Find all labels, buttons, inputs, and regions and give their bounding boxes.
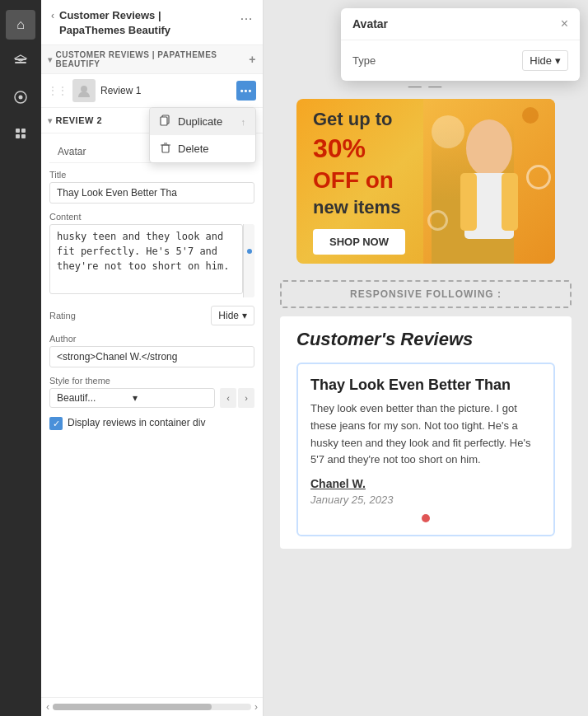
preview-area: — — Get up to 30% OFF on new items SHOP …: [264, 74, 588, 716]
section-label: CUSTOMER REVIEWS | PAPATHEMES BEAUTIFY: [56, 50, 246, 68]
avatar-label: Avatar: [58, 146, 86, 157]
svg-rect-5: [16, 129, 20, 133]
review-card: Thay Look Even Better Than They look eve…: [296, 363, 555, 536]
scrollbar-track: [53, 704, 251, 710]
review-1-thumb: [72, 79, 96, 102]
author-input[interactable]: [49, 346, 254, 367]
promo-line3: new items: [313, 196, 407, 220]
style-next-button[interactable]: ›: [238, 388, 254, 408]
avatar-modal: Avatar × Type Hide ▾: [341, 8, 580, 81]
drag-handle-icon: ⋮⋮: [48, 85, 68, 96]
plugin-icon[interactable]: [6, 119, 35, 148]
title-label: Title: [49, 170, 254, 180]
delete-icon: [160, 142, 171, 156]
scroll-indicator: [247, 249, 252, 254]
display-checkbox-row: ✓ Display reviews in container div: [49, 416, 254, 430]
modal-title: Avatar: [352, 17, 388, 30]
svg-rect-11: [161, 117, 167, 125]
style-theme-dropdown-icon: ▾: [133, 392, 208, 404]
title-field-row: Title: [49, 170, 254, 204]
rating-dropdown-icon: ▾: [242, 310, 247, 321]
review-2-toggle-icon[interactable]: ▾: [48, 116, 53, 125]
panel-more-button[interactable]: …: [240, 8, 253, 23]
svg-rect-17: [460, 173, 477, 231]
type-value: Hide: [530, 54, 552, 67]
panel-horizontal-scrollbar[interactable]: ‹ ›: [41, 697, 263, 716]
promo-percent: 30% OFF on: [313, 132, 407, 196]
modal-body: Type Hide ▾: [341, 40, 580, 81]
review-1-more-button[interactable]: •••: [236, 81, 256, 101]
textarea-scrollbar[interactable]: [243, 224, 254, 297]
rating-row: Rating Hide ▾: [49, 306, 254, 325]
style-theme-value: Beautif...: [57, 392, 133, 404]
style-theme-row: Style for theme Beautif... ▾ ‹ ›: [49, 376, 254, 408]
style-theme-select[interactable]: Beautif... ▾: [49, 388, 215, 408]
svg-rect-6: [21, 129, 26, 133]
type-select[interactable]: Hide ▾: [522, 50, 568, 71]
display-checkbox[interactable]: ✓: [49, 417, 63, 430]
responsive-following-bar: RESPONSIVE FOLLOWING :: [280, 280, 572, 308]
review-card-author: Chanel W.: [310, 477, 541, 490]
scroll-right-button[interactable]: ›: [254, 701, 258, 713]
type-label: Type: [352, 54, 376, 67]
section-header: ▾ CUSTOMER REVIEWS | PAPATHEMES BEAUTIFY…: [41, 45, 263, 74]
promo-line1: Get up to: [313, 108, 407, 132]
review-1-label: Review 1: [100, 85, 231, 96]
checkmark-icon: ✓: [53, 419, 60, 429]
panel-header: ‹ Customer Reviews | PapaThemes Beautify…: [41, 0, 263, 45]
rating-value: Hide: [218, 310, 239, 321]
scrollbar-thumb: [53, 704, 212, 710]
review-1-item[interactable]: ⋮⋮ Review 1 ••• Duplicate ↑ Delete: [41, 74, 263, 108]
duplicate-label: Duplicate: [178, 115, 222, 128]
promo-banner-wrapper: Get up to 30% OFF on new items SHOP NOW: [280, 99, 572, 264]
form-section: Avatar ✏ Title Content husky teen and th…: [41, 133, 263, 697]
svg-point-15: [466, 119, 512, 177]
style-theme-label: Style for theme: [49, 376, 254, 386]
style-nav: ‹ ›: [220, 388, 254, 408]
author-field-row: Author: [49, 334, 254, 367]
style-prev-button[interactable]: ‹: [220, 388, 236, 408]
promo-banner: Get up to 30% OFF on new items SHOP NOW: [296, 99, 555, 264]
panel-title: Customer Reviews | PapaThemes Beautify: [59, 8, 235, 38]
rating-select[interactable]: Hide ▾: [211, 306, 254, 325]
delete-label: Delete: [178, 143, 209, 155]
duplicate-menu-item[interactable]: Duplicate ↑: [150, 108, 255, 135]
content-textarea-wrapper: husky teen and they look and fit perfect…: [49, 224, 254, 297]
svg-point-4: [19, 96, 23, 100]
svg-point-9: [81, 86, 87, 92]
display-label: Display reviews in container div: [68, 416, 205, 430]
section-add-button[interactable]: +: [249, 53, 256, 66]
title-input[interactable]: [49, 182, 254, 204]
rating-label: Rating: [49, 311, 76, 321]
svg-rect-12: [162, 145, 169, 152]
review-card-text: They look even better than the picture. …: [310, 400, 541, 469]
svg-rect-7: [16, 134, 20, 138]
section-toggle-icon[interactable]: ▾: [48, 55, 53, 64]
svg-rect-8: [21, 134, 26, 138]
promo-heading: Get up to 30% OFF on new items: [313, 108, 407, 219]
review-dot: [422, 514, 430, 522]
modal-header: Avatar ×: [341, 8, 580, 40]
duplicate-icon: [160, 115, 171, 129]
context-menu: Duplicate ↑ Delete: [149, 107, 256, 163]
svg-rect-18: [502, 173, 518, 231]
scroll-left-button[interactable]: ‹: [46, 701, 49, 713]
layers-icon[interactable]: [6, 46, 35, 76]
content-field-row: Content husky teen and they look and fit…: [49, 212, 254, 297]
home-icon[interactable]: ⌂: [6, 10, 35, 40]
type-dropdown-icon: ▾: [555, 54, 561, 67]
main-content: Avatar × Type Hide ▾ — — Get up to: [264, 0, 588, 716]
content-label: Content: [49, 212, 254, 222]
palette-icon[interactable]: [6, 82, 35, 112]
review-card-title: Thay Look Even Better Than: [310, 377, 541, 394]
style-select-row: Beautif... ▾ ‹ ›: [49, 388, 254, 408]
content-textarea[interactable]: husky teen and they look and fit perfect…: [49, 224, 243, 294]
svg-rect-1: [15, 62, 26, 63]
review-card-date: January 25, 2023: [310, 494, 541, 506]
back-button[interactable]: ‹: [51, 10, 54, 21]
modal-close-button[interactable]: ×: [561, 16, 568, 31]
promo-text: Get up to 30% OFF on new items SHOP NOW: [296, 99, 423, 264]
author-label: Author: [49, 334, 254, 344]
shop-now-button[interactable]: SHOP NOW: [313, 229, 405, 255]
delete-menu-item[interactable]: Delete: [150, 135, 255, 162]
